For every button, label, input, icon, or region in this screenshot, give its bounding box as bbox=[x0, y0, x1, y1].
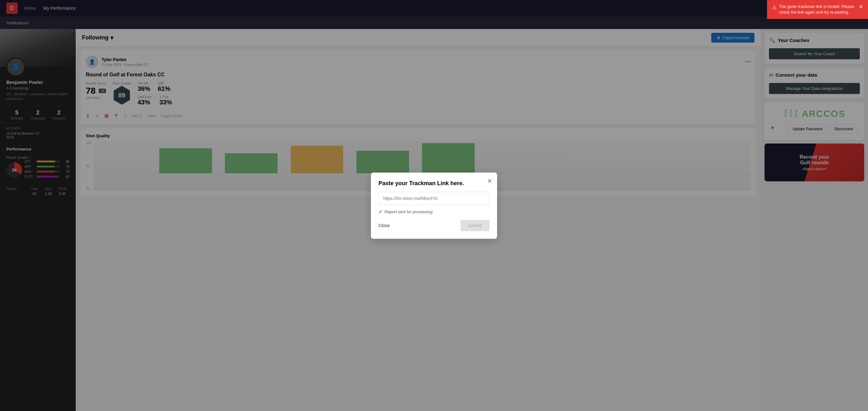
modal-submit-button[interactable]: Submit bbox=[461, 220, 490, 231]
error-toast: ⚠ The given trackman link is invalid. Pl… bbox=[767, 0, 868, 19]
check-icon: ✔ bbox=[378, 209, 382, 215]
modal-success-message: ✔ Report sent for processing bbox=[378, 209, 490, 215]
modal-close-x-button[interactable]: ✕ bbox=[487, 178, 492, 185]
modal-actions: Close Submit bbox=[378, 220, 490, 231]
modal-close-button[interactable]: Close bbox=[378, 223, 390, 228]
modal-title: Paste your Trackman Link here. bbox=[378, 180, 490, 187]
trackman-link-input[interactable] bbox=[378, 192, 490, 205]
warning-icon: ⚠ bbox=[772, 4, 777, 10]
trackman-modal: Paste your Trackman Link here. ✕ ✔ Repor… bbox=[371, 172, 497, 239]
toast-close-icon[interactable]: ✕ bbox=[859, 4, 863, 10]
modal-overlay: Paste your Trackman Link here. ✕ ✔ Repor… bbox=[0, 0, 868, 411]
toast-message: The given trackman link is invalid. Plea… bbox=[779, 4, 856, 15]
